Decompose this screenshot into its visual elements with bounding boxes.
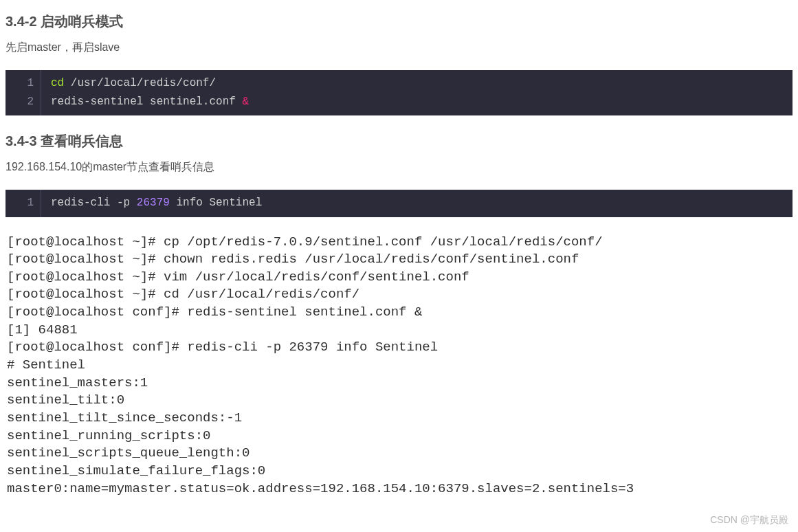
line-number: 2 bbox=[5, 93, 34, 111]
token-number: 26379 bbox=[137, 197, 170, 209]
code-lines: cd /usr/local/redis/conf/ redis-sentinel… bbox=[41, 70, 258, 115]
terminal-output: [root@localhost ~]# cp /opt/redis-7.0.9/… bbox=[7, 234, 793, 498]
code-block-start-sentinel[interactable]: 1 2 cd /usr/local/redis/conf/ redis-sent… bbox=[5, 70, 793, 115]
code-lines: redis-cli -p 26379 info Sentinel bbox=[41, 190, 271, 217]
code-gutter: 1 bbox=[5, 190, 41, 217]
token-cmd: cd bbox=[51, 77, 64, 89]
desc-3-4-3: 192.168.154.10的master节点查看哨兵信息 bbox=[5, 160, 793, 175]
token-symbol: & bbox=[242, 96, 249, 108]
token-text: info Sentinel bbox=[170, 197, 262, 209]
code-block-info-sentinel[interactable]: 1 redis-cli -p 26379 info Sentinel bbox=[5, 190, 793, 217]
line-number: 1 bbox=[5, 74, 34, 93]
desc-3-4-2: 先启master，再启slave bbox=[5, 41, 793, 55]
code-line: redis-cli -p 26379 info Sentinel bbox=[51, 197, 262, 209]
code-line: cd /usr/local/redis/conf/ bbox=[51, 77, 216, 89]
token-text: redis-sentinel sentinel.conf bbox=[51, 96, 242, 108]
token-text: redis-cli -p bbox=[51, 197, 137, 209]
line-number: 1 bbox=[5, 194, 34, 212]
heading-3-4-3: 3.4-3 查看哨兵信息 bbox=[5, 132, 793, 151]
code-line: redis-sentinel sentinel.conf & bbox=[51, 96, 249, 108]
token-text: /usr/local/redis/conf/ bbox=[64, 77, 216, 89]
heading-3-4-2: 3.4-2 启动哨兵模式 bbox=[5, 12, 793, 31]
code-gutter: 1 2 bbox=[5, 70, 41, 115]
